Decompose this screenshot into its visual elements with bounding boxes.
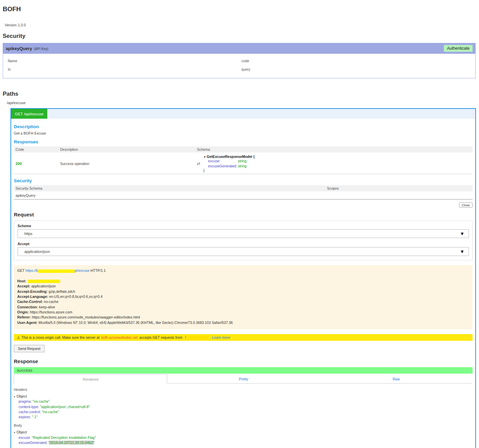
header-name: Accept:	[17, 284, 30, 288]
object-entry: excuse: "Replicated Decryption Invalidat…	[19, 435, 473, 440]
header-value: https://functions.azure.com/node_modules…	[32, 315, 140, 319]
property-name: excuse:	[208, 159, 238, 164]
security-scheme-panel: apikeyQuery(API Key) Authenticate Name c…	[3, 43, 476, 78]
schema-property: excuseGenerated: string	[208, 164, 255, 169]
header-value: Mozilla/5.0 (Windows NT 10.0; Win64; x64…	[39, 321, 233, 325]
object-root: ▾Object	[14, 394, 473, 399]
response-schema: ⇄ ▼GetExcuseResponseModel { excuse: stri…	[197, 155, 471, 172]
model-example-toggle-icon[interactable]: ⇄	[197, 161, 200, 166]
page-title: BOFH	[3, 5, 479, 13]
description-text: Get a BOFH Excuse	[14, 131, 473, 135]
header-value: keep-alive	[39, 305, 55, 309]
response-status-bar: SUCCESS	[14, 367, 473, 374]
version-label: Version	[5, 23, 17, 27]
tab-pretty[interactable]: Pretty	[167, 374, 320, 384]
close-brace: }	[203, 168, 255, 172]
warning-server-link: bofh.azurewebsites.net	[101, 335, 138, 339]
response-tabs: Rendered Pretty Raw	[14, 374, 473, 384]
header-name: Accept-Encoding:	[17, 289, 48, 293]
close-button[interactable]: Close	[459, 203, 473, 208]
operation-method-tab[interactable]: GET /api/excuse	[11, 109, 47, 119]
request-url-suffix: pi/excuse	[75, 268, 90, 273]
op-security-table-header: Security Schema Scopes	[14, 185, 473, 191]
collapse-triangle-icon[interactable]: ▼	[203, 156, 206, 159]
operation-panel: GET /api/excuse Description Get a BOFH E…	[10, 108, 476, 448]
authenticate-button[interactable]: Authenticate	[444, 45, 473, 52]
security-row-value: code	[242, 59, 471, 63]
accept-select[interactable]: application/json ▼	[18, 247, 469, 256]
send-request-button[interactable]: Send Request	[14, 345, 45, 352]
paths-section-heading: Paths	[3, 91, 479, 97]
body-label: Body	[14, 423, 473, 427]
object-entry: content-type: "application/json; charset…	[19, 404, 473, 409]
redacted-host-block	[38, 269, 75, 273]
schema-property: excuse: string	[208, 159, 255, 164]
operation-content: Description Get a BOFH Excuse Responses …	[11, 119, 475, 448]
header-name: Accept-Language:	[17, 294, 48, 299]
accept-label: Accept	[18, 242, 469, 246]
header-value: en-US,en;q=0.8,fa;q=0.6,sv;q=0.4	[49, 294, 103, 299]
security-row-value: query	[242, 67, 471, 71]
warning-icon: ⚠	[17, 335, 20, 339]
tab-rendered[interactable]: Rendered	[14, 374, 167, 384]
security-row-in: In query	[3, 65, 475, 73]
expand-triangle-icon[interactable]: ▾	[14, 395, 15, 398]
op-security-scheme-value: apikeyQuery	[16, 193, 35, 197]
headers-label: Headers	[14, 387, 473, 392]
api-version: Version1.0.0	[5, 23, 479, 27]
accept-selected-value: application/json	[24, 250, 50, 254]
object-label: Object	[17, 430, 27, 434]
header-line: Origin:https://functions.azure.com	[17, 310, 469, 315]
request-fields-box: Scheme https ▼ Accept application/json ▼	[14, 220, 473, 260]
property-type: string	[238, 159, 247, 164]
description-heading: Description	[14, 124, 473, 129]
security-scheme-kind: (API Key)	[34, 47, 48, 51]
entry-key: expires:	[19, 415, 31, 419]
header-line: Cache-Control:no-cache	[17, 299, 469, 304]
property-type: string	[238, 164, 247, 169]
header-name: Host:	[17, 279, 26, 283]
header-value: https://functions.azure.com	[30, 310, 72, 314]
warning-text: This is a cross-origin call. Make sure t…	[21, 335, 99, 339]
body-object-tree: ▾Object excuse: "Replicated Decryption I…	[14, 430, 473, 445]
header-line: Accept-Encoding:gzip,deflate,sdch	[17, 289, 469, 294]
operation-tabstrip: GET /api/excuse	[11, 109, 475, 119]
header-line: Connection:keep-alive	[17, 305, 469, 310]
header-value: gzip,deflate,sdch	[49, 289, 75, 293]
security-row-label: Name	[8, 59, 242, 63]
response-heading: Response	[14, 358, 473, 364]
warning-origin-prefix: f	[185, 335, 186, 339]
scheme-label: Scheme	[18, 224, 469, 228]
response-code: 200	[16, 162, 60, 166]
request-url: https://b	[25, 268, 38, 273]
entry-value: "no-cache"	[42, 410, 59, 414]
path-label: /api/excuse	[7, 101, 479, 105]
header-line: User-Agent:Mozilla/5.0 (Windows NT 10.0;…	[17, 320, 469, 325]
entry-value: "application/json; charset=utf-8"	[40, 405, 90, 409]
object-label: Object	[17, 394, 27, 398]
schema-model-title: ▼GetExcuseResponseModel {	[203, 155, 255, 159]
responses-heading: Responses	[14, 139, 473, 144]
open-brace: {	[253, 155, 255, 159]
http-version: HTTP/1.1	[90, 268, 106, 273]
object-entry: expires: "-1"	[19, 415, 473, 420]
col-scopes: Scopes	[327, 186, 471, 190]
responses-table-header: Code Description Schema	[14, 146, 473, 152]
cors-warning-bar: ⚠This is a cross-origin call. Make sure …	[14, 334, 473, 341]
tab-raw[interactable]: Raw	[320, 374, 473, 384]
learn-more-link[interactable]: Learn more	[212, 335, 230, 339]
security-scheme-header: apikeyQuery(API Key) Authenticate	[3, 43, 476, 54]
header-line: Accept:application/json	[17, 284, 469, 289]
header-name: Cache-Control:	[17, 300, 43, 304]
header-name: Connection:	[17, 305, 38, 309]
op-security-row: apikeyQuery	[14, 191, 473, 199]
scheme-select[interactable]: https ▼	[18, 229, 469, 238]
property-name: excuseGenerated:	[208, 164, 238, 169]
expand-triangle-icon[interactable]: ▾	[14, 431, 15, 434]
entry-value: "no-cache"	[32, 399, 50, 403]
col-security-schema: Security Schema	[16, 186, 327, 190]
response-description: Success operation	[60, 162, 197, 166]
security-scheme-name: apikeyQuery	[6, 46, 32, 51]
header-line: Accept-Language:en-US,en;q=0.8,fa;q=0.6,…	[17, 294, 469, 299]
redacted-origin-block	[188, 336, 209, 339]
